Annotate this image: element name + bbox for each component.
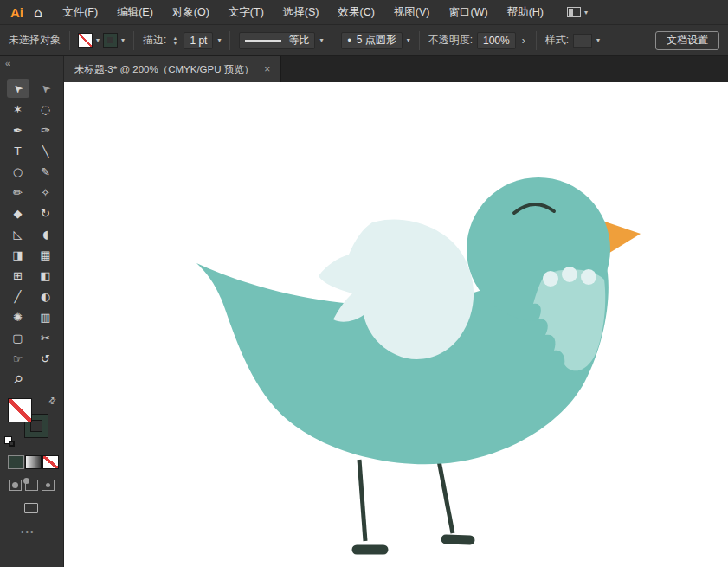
shape-builder-tool[interactable]: ◨ — [7, 245, 29, 264]
column-graph-tool[interactable]: ▥ — [35, 307, 57, 326]
opacity-expand-icon[interactable]: › — [520, 35, 527, 47]
width-profile-dropdown[interactable]: 等比 — [239, 32, 315, 49]
lasso-tool-icon: ◌ — [41, 103, 50, 116]
slice-tool[interactable]: ✂ — [35, 328, 57, 347]
draw-normal-mode-button[interactable] — [9, 480, 22, 491]
menu-edit[interactable]: 编辑(E) — [107, 0, 163, 24]
width-tool[interactable]: ◖ — [35, 224, 57, 243]
hand-tool-icon: ☞ — [13, 352, 23, 365]
none-button[interactable] — [43, 456, 58, 468]
document-setup-button[interactable]: 文档设置 — [655, 31, 719, 50]
gradient-tool[interactable]: ◧ — [35, 266, 57, 285]
rotate-view-tool[interactable]: ↺ — [35, 349, 57, 368]
stroke-color-swatch[interactable] — [104, 34, 117, 47]
workspace-icon — [567, 7, 581, 17]
default-fill-stroke-icon[interactable] — [5, 437, 16, 448]
artboard[interactable] — [64, 82, 728, 567]
line-segment-tool-icon: ╲ — [42, 145, 49, 158]
line-segment-tool[interactable]: ╲ — [35, 141, 57, 160]
scale-tool[interactable]: ◺ — [7, 224, 29, 243]
color-button[interactable] — [9, 456, 23, 468]
fill-color-swatch[interactable] — [79, 34, 92, 47]
zoom-tool[interactable]: ⚲ — [7, 370, 29, 389]
pencil-tool[interactable]: ✏ — [7, 183, 29, 202]
close-tab-icon[interactable]: × — [264, 63, 270, 75]
change-screen-mode-button[interactable] — [24, 503, 38, 513]
work-area: 未标题-3* @ 200%（CMYK/GPU 预览） × — [64, 56, 728, 567]
stroke-weight-chevron-icon[interactable]: ▾ — [217, 36, 221, 44]
magic-wand-tool[interactable]: ✶ — [7, 100, 29, 119]
bird-chest-scallop[interactable] — [562, 267, 577, 282]
hand-tool[interactable]: ☞ — [7, 349, 29, 368]
bird-chest-scallop[interactable] — [543, 271, 558, 287]
style-chevron-icon[interactable]: ▾ — [596, 36, 600, 44]
selection-tool[interactable]: ➤ — [7, 79, 29, 98]
menu-file[interactable]: 文件(F) — [53, 0, 107, 24]
app-logo[interactable]: Ai — [7, 5, 29, 20]
collapse-panel-icon[interactable]: « — [5, 59, 10, 68]
bird-leg-left[interactable] — [359, 460, 365, 541]
shaper-tool[interactable]: ✧ — [35, 183, 57, 202]
curvature-tool[interactable]: ✑ — [35, 120, 57, 139]
ellipse-tool[interactable]: ○ — [7, 162, 29, 181]
mesh-tool[interactable]: ⊞ — [7, 266, 29, 285]
separator — [133, 31, 134, 50]
fill-swatch[interactable] — [9, 399, 31, 422]
stroke-weight-label: 描边: — [143, 33, 166, 48]
stroke-weight-stepper[interactable]: ▴ ▾ — [171, 35, 179, 46]
separator — [229, 31, 230, 50]
direct-selection-tool[interactable]: ➤ — [35, 79, 57, 98]
separator — [332, 31, 332, 50]
scale-tool-icon: ◺ — [14, 228, 23, 241]
menu-effect[interactable]: 效果(C) — [329, 0, 384, 24]
menu-window[interactable]: 窗口(W) — [440, 0, 498, 24]
stroke-chevron-icon[interactable]: ▾ — [121, 36, 125, 44]
menu-help[interactable]: 帮助(H) — [498, 0, 553, 24]
perspective-grid-tool[interactable]: ▦ — [35, 245, 57, 264]
control-bar: 未选择对象 ▾ ▾ 描边: ▴ ▾ 1 pt ▾ 等比 ▾ • 5 点圆形 ▾ … — [0, 24, 728, 56]
brush-chevron-icon[interactable]: ▾ — [407, 36, 410, 44]
draw-behind-mode-button[interactable] — [25, 480, 38, 491]
pen-tool[interactable]: ✒ — [7, 120, 29, 139]
stepper-down-icon[interactable]: ▾ — [174, 41, 177, 46]
menu-select[interactable]: 选择(S) — [274, 0, 329, 24]
type-tool[interactable]: T — [7, 141, 29, 160]
opacity-value: 100% — [483, 35, 510, 47]
workspace-switcher[interactable]: ▾ — [567, 7, 588, 17]
stroke-weight-field[interactable]: 1 pt — [184, 32, 213, 49]
document-tab[interactable]: 未标题-3* @ 200%（CMYK/GPU 预览） × — [64, 56, 281, 82]
gradient-button[interactable] — [26, 456, 41, 468]
bird-foot-right[interactable] — [446, 539, 470, 540]
eyedropper-tool[interactable]: ╱ — [7, 287, 29, 306]
bird-artwork[interactable] — [196, 177, 641, 550]
menu-object[interactable]: 对象(O) — [163, 0, 219, 24]
stroke-weight-value: 1 pt — [190, 35, 207, 47]
draw-inside-mode-button[interactable] — [42, 480, 55, 491]
brush-dropdown[interactable]: • 5 点圆形 — [341, 32, 402, 49]
rotate-tool-icon: ↻ — [41, 207, 50, 220]
width-profile-chevron-icon[interactable]: ▾ — [319, 36, 323, 44]
menu-type[interactable]: 文字(T) — [219, 0, 274, 24]
lasso-tool[interactable]: ◌ — [35, 100, 57, 119]
blend-tool[interactable]: ◐ — [35, 287, 57, 306]
type-tool-icon: T — [15, 145, 22, 158]
main-area: « ➤➤✶◌✒✑T╲○✎✏✧◆↻◺◖◨▦⊞◧╱◐✺▥▢✂☞↺⚲ ⇄ — [0, 56, 728, 567]
bird-chest-scallop[interactable] — [581, 269, 596, 285]
edit-toolbar-button[interactable]: ••• — [21, 527, 63, 537]
symbol-sprayer-tool[interactable]: ✺ — [7, 307, 29, 326]
rotate-tool[interactable]: ↻ — [35, 203, 57, 222]
fill-chevron-icon[interactable]: ▾ — [96, 36, 100, 44]
menu-bar: Ai ⌂ 文件(F)编辑(E)对象(O)文字(T)选择(S)效果(C)视图(V)… — [0, 0, 728, 24]
style-swatch[interactable] — [573, 34, 592, 48]
paintbrush-tool[interactable]: ✎ — [35, 162, 57, 181]
curvature-tool-icon: ✑ — [41, 124, 50, 137]
canvas[interactable] — [64, 82, 728, 567]
opacity-field[interactable]: 100% — [477, 32, 516, 49]
home-icon[interactable]: ⌂ — [29, 4, 53, 21]
tool-grid: ➤➤✶◌✒✑T╲○✎✏✧◆↻◺◖◨▦⊞◧╱◐✺▥▢✂☞↺⚲ — [0, 56, 63, 389]
eraser-tool[interactable]: ◆ — [7, 203, 29, 222]
bird-leg-right[interactable] — [438, 456, 453, 533]
artboard-tool[interactable]: ▢ — [7, 328, 29, 347]
swap-fill-stroke-icon[interactable]: ⇄ — [46, 395, 58, 407]
menu-view[interactable]: 视图(V) — [384, 0, 440, 24]
